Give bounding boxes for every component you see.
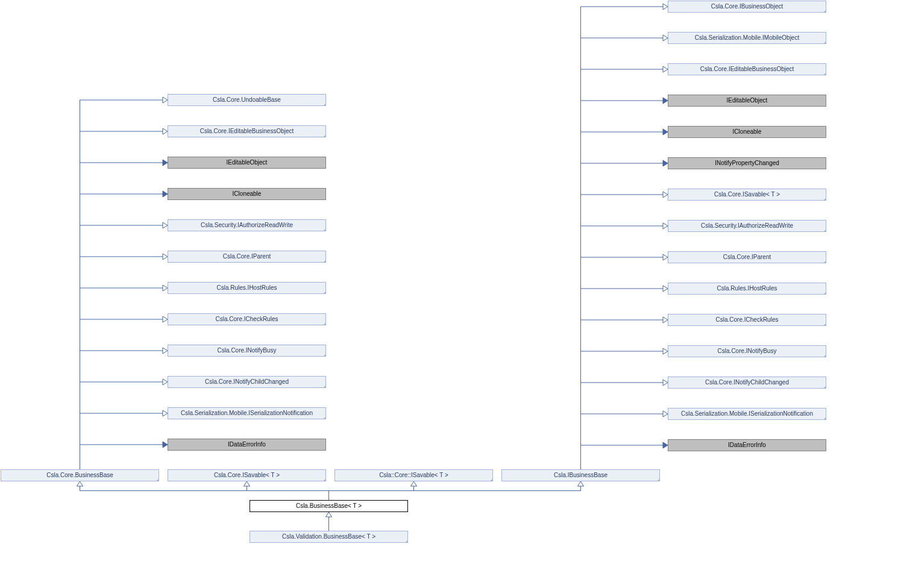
- node-ieditableobject: IEditableObject: [168, 157, 326, 169]
- node-csla-core-undoablebase[interactable]: Csla.Core.UndoableBase: [168, 94, 326, 106]
- svg-marker-7: [163, 316, 168, 322]
- node-csla-core-isavable-t[interactable]: Csla.Core.ISavable< T >: [668, 189, 826, 201]
- node-csla-core-inotifychildchanged[interactable]: Csla.Core.INotifyChildChanged: [668, 377, 826, 389]
- node-csla-core-icheckrules[interactable]: Csla.Core.ICheckRules: [668, 314, 826, 326]
- node-csla-core-ieditablebusinessobject[interactable]: Csla.Core.IEditableBusinessObject: [168, 125, 326, 137]
- node-csla-core-isavable-t[interactable]: Csla.Core.ISavable< T >: [168, 469, 326, 481]
- svg-marker-17: [663, 160, 668, 166]
- svg-marker-4: [163, 222, 168, 228]
- node-csla-serialization-mobile-iserializationnotification[interactable]: Csla.Serialization.Mobile.ISerialization…: [168, 407, 326, 419]
- node-csla-rules-ihostrules[interactable]: Csla.Rules.IHostRules: [168, 282, 326, 294]
- svg-marker-16: [663, 129, 668, 135]
- svg-marker-12: [663, 4, 668, 10]
- svg-marker-5: [163, 254, 168, 260]
- node-csla-core-ieditablebusinessobject[interactable]: Csla.Core.IEditableBusinessObject: [668, 63, 826, 75]
- svg-marker-13: [663, 35, 668, 41]
- node-csla-core-ibusinessobject[interactable]: Csla.Core.IBusinessObject: [668, 1, 826, 13]
- svg-marker-20: [663, 254, 668, 260]
- svg-marker-23: [663, 348, 668, 354]
- svg-marker-9: [163, 379, 168, 385]
- svg-marker-22: [663, 317, 668, 323]
- node-csla-core-icheckrules[interactable]: Csla.Core.ICheckRules: [168, 313, 326, 325]
- node-csla-rules-ihostrules[interactable]: Csla.Rules.IHostRules: [668, 283, 826, 295]
- node-inotifypropertychanged: INotifyPropertyChanged: [668, 157, 826, 169]
- node-csla-serialization-mobile-imobileobject[interactable]: Csla.Serialization.Mobile.IMobileObject: [668, 32, 826, 44]
- svg-marker-31: [326, 512, 332, 517]
- svg-marker-6: [163, 285, 168, 291]
- node-idataerrorinfo: IDataErrorInfo: [168, 439, 326, 451]
- node-csla-validation-businessbase-t[interactable]: Csla.Validation.BusinessBase< T >: [250, 531, 408, 543]
- node-csla-core-inotifybusy[interactable]: Csla.Core.INotifyBusy: [168, 345, 326, 357]
- svg-marker-30: [578, 481, 584, 486]
- svg-marker-2: [163, 160, 168, 166]
- node-csla-core-inotifychildchanged[interactable]: Csla.Core.INotifyChildChanged: [168, 376, 326, 388]
- svg-marker-25: [663, 411, 668, 417]
- svg-marker-21: [663, 286, 668, 292]
- node-csla-serialization-mobile-iserializationnotification[interactable]: Csla.Serialization.Mobile.ISerialization…: [668, 408, 826, 420]
- svg-marker-0: [163, 97, 168, 103]
- node-csla-core-businessbase[interactable]: Csla.Core.BusinessBase: [1, 469, 159, 481]
- svg-marker-29: [411, 481, 417, 486]
- svg-marker-28: [244, 481, 250, 486]
- node-csla-core-inotifybusy[interactable]: Csla.Core.INotifyBusy: [668, 345, 826, 357]
- svg-marker-15: [663, 98, 668, 104]
- node-csla-core-iparent[interactable]: Csla.Core.IParent: [668, 251, 826, 263]
- node-csla-core-isavable-t[interactable]: Csla::Core::ISavable< T >: [334, 469, 493, 481]
- svg-marker-10: [163, 410, 168, 416]
- node-csla-security-iauthorizereadwrite[interactable]: Csla.Security.IAuthorizeReadWrite: [668, 220, 826, 232]
- svg-marker-3: [163, 191, 168, 197]
- svg-marker-18: [663, 192, 668, 198]
- svg-marker-8: [163, 348, 168, 354]
- svg-marker-24: [663, 380, 668, 386]
- node-csla-security-iauthorizereadwrite[interactable]: Csla.Security.IAuthorizeReadWrite: [168, 219, 326, 231]
- node-idataerrorinfo: IDataErrorInfo: [668, 439, 826, 451]
- svg-marker-27: [77, 481, 83, 486]
- svg-marker-11: [163, 442, 168, 448]
- node-icloneable: ICloneable: [668, 126, 826, 138]
- node-csla-ibusinessbase[interactable]: Csla.IBusinessBase: [501, 469, 660, 481]
- node-csla-core-iparent[interactable]: Csla.Core.IParent: [168, 251, 326, 263]
- svg-marker-19: [663, 223, 668, 229]
- svg-marker-1: [163, 128, 168, 134]
- node-icloneable: ICloneable: [168, 188, 326, 200]
- node-ieditableobject: IEditableObject: [668, 95, 826, 107]
- svg-marker-26: [663, 442, 668, 448]
- node-csla-businessbase-t: Csla.BusinessBase< T >: [250, 500, 408, 512]
- svg-marker-14: [663, 66, 668, 72]
